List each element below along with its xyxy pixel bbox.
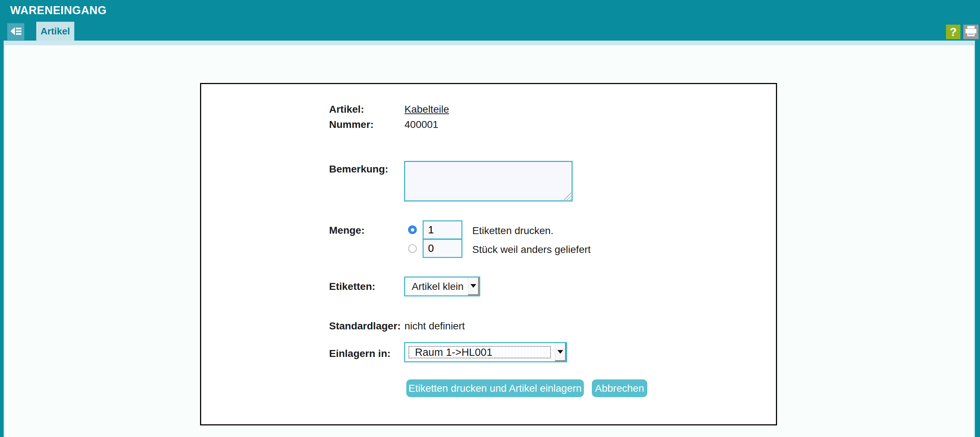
stueck-count-text: Stück weil anders geliefert xyxy=(472,244,591,256)
tab-artikel-label: Artikel xyxy=(41,26,70,37)
menge-radio-etiketten[interactable] xyxy=(408,226,417,234)
bemerkung-field-wrap xyxy=(404,161,573,202)
artikel-link[interactable]: Kabelteile xyxy=(404,103,449,115)
nummer-value: 400001 xyxy=(404,119,438,130)
etiketten-select[interactable]: Artikel klein xyxy=(404,277,480,296)
bemerkung-textarea[interactable] xyxy=(404,161,573,202)
help-button[interactable]: ? xyxy=(946,25,961,39)
help-icon: ? xyxy=(950,25,957,39)
nummer-label: Nummer: xyxy=(329,119,374,130)
frame-right xyxy=(975,41,980,437)
einlagern-label: Einlagern in: xyxy=(329,348,391,359)
etiketten-count-text: Etiketten drucken. xyxy=(472,225,554,237)
standardlager-value: nicht definiert xyxy=(404,320,465,332)
print-button[interactable] xyxy=(963,25,978,39)
submit-button[interactable]: Etiketten drucken und Artikel einlagern xyxy=(406,380,584,397)
menge-radio-stueck[interactable] xyxy=(408,244,417,253)
chevron-down-icon xyxy=(471,284,476,288)
etiketten-label: Etiketten: xyxy=(329,281,375,292)
stueck-count-input[interactable] xyxy=(423,239,463,258)
chevron-down-icon xyxy=(557,350,563,354)
etiketten-count-input[interactable] xyxy=(423,220,463,240)
title-bar xyxy=(0,0,980,41)
frame-left xyxy=(0,41,4,437)
cancel-button[interactable]: Abbrechen xyxy=(592,380,647,397)
goods-receipt-form: Artikel: Kabelteile Nummer: 400001 Bemer… xyxy=(200,83,777,426)
back-list-icon xyxy=(10,25,22,38)
einlagern-select-arrow-button[interactable] xyxy=(555,343,566,361)
etiketten-select-arrow-button[interactable] xyxy=(468,278,479,295)
einlagern-select[interactable]: Raum 1->HL001 xyxy=(404,342,567,362)
artikel-value: Kabelteile xyxy=(404,103,449,115)
einlagern-select-value: Raum 1->HL001 xyxy=(409,346,551,358)
page-title: WARENEINGANG xyxy=(10,4,107,17)
menge-label: Menge: xyxy=(329,225,364,236)
etiketten-select-value: Artikel klein xyxy=(405,278,467,295)
back-button[interactable] xyxy=(7,23,24,40)
tab-artikel[interactable]: Artikel xyxy=(36,22,74,41)
bemerkung-label: Bemerkung: xyxy=(329,164,388,175)
artikel-label: Artikel: xyxy=(329,103,364,115)
standardlager-label: Standardlager: xyxy=(329,320,401,332)
printer-icon xyxy=(965,25,977,38)
